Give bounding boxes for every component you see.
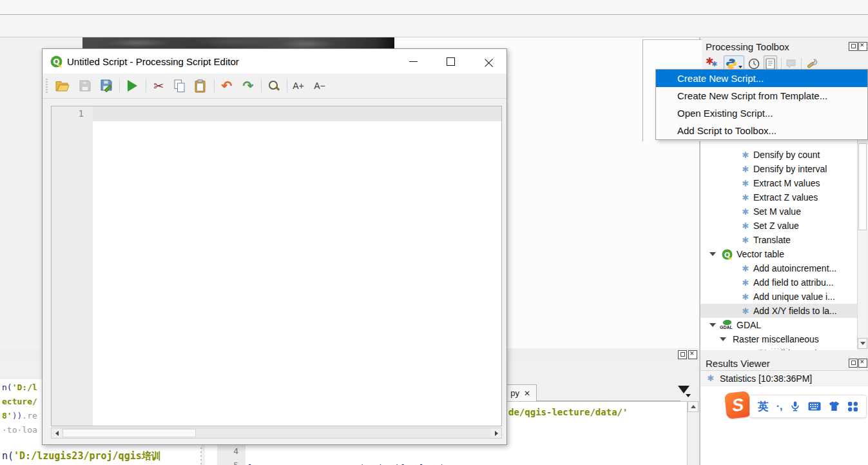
language-mode-toggle[interactable]: 英 <box>758 399 769 414</box>
results-float-icon[interactable] <box>849 359 858 368</box>
tree-item-densify-by-interval[interactable]: Densify by interval <box>700 162 857 176</box>
keyboard-icon[interactable] <box>808 402 821 411</box>
console-float-icon[interactable] <box>678 350 687 359</box>
results-close-icon[interactable] <box>858 359 867 368</box>
sogou-toolbar: 英 ·, <box>749 395 867 418</box>
title-bar[interactable]: Q Untitled Script - Processing Script Ed… <box>43 49 506 74</box>
close-button[interactable] <box>477 49 499 74</box>
scroll-right-icon[interactable] <box>491 428 501 438</box>
line-number: 1 <box>79 108 84 119</box>
minimize-button[interactable] <box>402 49 424 74</box>
magnifier-icon <box>267 79 280 92</box>
sogou-logo-icon[interactable]: S <box>724 391 751 419</box>
run-script-button[interactable] <box>124 78 140 94</box>
tree-item-add-autoincrement[interactable]: Add autoincrement... <box>700 261 857 275</box>
tree-item-add-field-to-attributes[interactable]: Add field to attribu... <box>700 275 857 290</box>
toolbox-close-icon[interactable] <box>858 42 867 51</box>
algorithm-icon <box>740 306 751 316</box>
menu-item-add-script-to-toolbox[interactable]: Add Script to Toolbox... <box>656 122 867 139</box>
tree-item-set-z-value[interactable]: Set Z value <box>700 219 857 233</box>
panel-title: Results Viewer <box>706 358 770 369</box>
scroll-down-icon[interactable] <box>858 338 867 349</box>
qgis-group-icon: Q <box>722 249 733 260</box>
sogou-menu-grid-icon[interactable] <box>847 401 858 412</box>
wrench-icon <box>805 58 818 70</box>
maximize-button[interactable] <box>439 49 461 74</box>
algorithm-icon <box>740 193 751 203</box>
algorithm-icon <box>740 150 751 160</box>
horizontal-scrollbar[interactable] <box>51 428 502 439</box>
algorithm-icon <box>740 221 751 231</box>
scroll-up-icon[interactable] <box>688 401 699 412</box>
scissors-icon: ✂ <box>153 79 164 94</box>
code-line: ·to·loa <box>2 425 37 435</box>
copy-icon <box>173 79 186 93</box>
tree-item-add-unique-value[interactable]: Add unique value i... <box>700 290 857 304</box>
script-code-area[interactable]: 1 <box>51 106 502 426</box>
close-icon <box>485 57 493 66</box>
line-number: 4 <box>233 446 238 456</box>
qgis-screen: { "colors": { "accent_blue": "#0078d7", … <box>0 0 868 465</box>
undo-button[interactable]: ↶ <box>219 78 235 94</box>
console-scrollbar[interactable] <box>687 401 699 465</box>
result-entry-statistics[interactable]: Statistics [10:38:36PM] <box>700 371 868 386</box>
scroll-left-icon[interactable] <box>52 428 62 438</box>
dock-splitter-handle[interactable]: ······ <box>771 344 796 350</box>
expand-arrow-icon[interactable] <box>709 252 716 256</box>
tab-close-icon[interactable] <box>524 388 530 398</box>
increase-font-button[interactable]: A+ <box>291 78 306 94</box>
tree-item-densify-by-count[interactable]: Densify by count <box>700 148 857 162</box>
expand-arrow-icon[interactable] <box>720 337 726 341</box>
menu-item-open-existing-script[interactable]: Open Existing Script... <box>656 104 867 122</box>
clipboard-icon <box>195 79 206 93</box>
save-as-button[interactable] <box>99 78 115 94</box>
copy-button[interactable] <box>171 78 187 94</box>
tree-item-extract-z-values[interactable]: Extract Z values <box>700 190 857 204</box>
save-as-floppy-icon <box>101 79 113 92</box>
algorithm-icon <box>740 207 751 217</box>
tree-group-vector-table[interactable]: Q Vector table <box>700 247 857 261</box>
toolbar-separator <box>801 58 802 70</box>
microphone-icon[interactable] <box>790 401 800 412</box>
tree-item-translate[interactable]: Translate <box>700 233 857 247</box>
tree-group-gdal[interactable]: GDAL <box>700 318 857 332</box>
expand-arrow-icon[interactable] <box>709 323 716 327</box>
minimize-icon <box>409 61 418 62</box>
menu-item-create-from-template[interactable]: Create New Script from Template... <box>656 87 867 104</box>
paste-button[interactable] <box>192 78 207 94</box>
console-code-partial-line: layer = QgsRasterLayer(path+tif, "lyr") <box>248 462 661 465</box>
dropdown-arrow-small-icon <box>686 394 691 397</box>
console-close-icon[interactable] <box>688 350 697 359</box>
toolbox-float-icon[interactable] <box>849 42 858 51</box>
create-script-dropdown-menu: Create New Script... Create New Script f… <box>655 69 868 140</box>
algorithm-icon <box>740 179 751 188</box>
console-code-line: de/qgis-lecture/data/' <box>508 407 628 417</box>
punctuation-toggle[interactable]: ·, <box>776 401 783 412</box>
code-line: n('D:/l <box>2 382 37 392</box>
decrease-font-button[interactable]: A− <box>312 78 327 94</box>
tree-item-extract-m-values[interactable]: Extract M values <box>700 176 857 190</box>
algorithm-icon <box>740 292 751 302</box>
scrollbar-thumb[interactable] <box>63 429 196 437</box>
find-button[interactable] <box>266 78 282 94</box>
dropdown-arrow-icon <box>678 386 690 393</box>
tab-label: py <box>510 388 519 398</box>
dropdown-caret-icon <box>738 66 742 68</box>
skin-shirt-icon[interactable] <box>829 401 840 411</box>
toolbar-grip[interactable] <box>46 79 48 93</box>
menu-item-create-new-script[interactable]: Create New Script... <box>656 70 867 87</box>
save-button-disabled[interactable] <box>77 78 93 94</box>
redo-button[interactable]: ↷ <box>240 78 256 94</box>
undo-icon: ↶ <box>222 78 233 94</box>
gdal-icon <box>719 320 735 330</box>
tree-item-set-m-value[interactable]: Set M value <box>700 204 857 219</box>
raster-icon <box>757 350 766 350</box>
main-toolbar-top <box>0 0 868 15</box>
current-line-highlight <box>93 106 501 121</box>
window-title: Untitled Script - Processing Script Edit… <box>67 56 239 67</box>
document-icon <box>766 58 775 70</box>
open-script-button[interactable] <box>55 78 70 94</box>
cut-button[interactable]: ✂ <box>151 78 166 94</box>
tree-item-add-xy-fields[interactable]: Add X/Y fields to la... <box>700 304 857 318</box>
scrollbar-thumb[interactable] <box>858 143 867 230</box>
